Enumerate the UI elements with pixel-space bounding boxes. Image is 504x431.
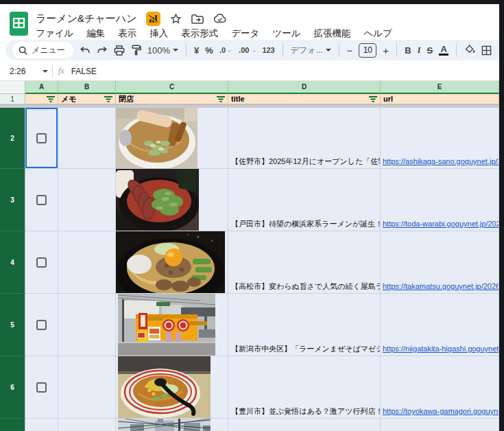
column-header-E[interactable]: E — [381, 81, 499, 94]
filter-icon[interactable] — [369, 95, 377, 103]
sheets-logo-icon[interactable] — [10, 12, 28, 36]
borders-icon[interactable] — [481, 45, 492, 56]
cell-B2[interactable] — [58, 108, 116, 169]
checkbox[interactable] — [36, 320, 47, 330]
cell-A6[interactable] — [25, 356, 58, 419]
cell-A2[interactable] — [25, 108, 58, 169]
menu-view[interactable]: 表示 — [118, 27, 136, 40]
chevron-down-icon[interactable] — [43, 70, 48, 73]
cell-C1[interactable]: 閉店 — [116, 94, 228, 104]
cell-A3[interactable] — [25, 169, 58, 231]
cell-link[interactable]: https://ashikaga-sano.goguynet.jp/202 — [383, 157, 499, 166]
file-badge-icon[interactable] — [146, 12, 160, 26]
print-icon[interactable] — [114, 45, 125, 56]
cell-B6[interactable] — [58, 356, 116, 419]
increase-decimal-button[interactable]: .00 → — [239, 46, 256, 54]
column-header-A[interactable]: A — [25, 81, 58, 94]
cell-E7[interactable] — [381, 419, 499, 431]
name-box[interactable]: 2:26 — [0, 67, 43, 76]
cell-D1[interactable]: title — [228, 94, 381, 104]
cell-D5[interactable]: 【新潟市中央区】「ラーメンまぜそばマゼシャ — [228, 294, 381, 356]
row-header-4[interactable]: 4 — [0, 231, 25, 294]
text-color-button[interactable]: A — [439, 45, 448, 56]
checkbox[interactable] — [36, 257, 47, 268]
menu-insert[interactable]: 挿入 — [149, 27, 168, 40]
select-all-corner[interactable] — [0, 81, 25, 94]
column-header-D[interactable]: D — [228, 81, 381, 94]
cell-E6[interactable]: https://toyokawa-gamagori.goguynet.j — [381, 356, 499, 419]
row-header-2[interactable]: 2 — [0, 108, 25, 169]
cell-link[interactable]: https://toda-warabi.goguynet.jp/2026/0 — [383, 220, 499, 229]
cell-A4[interactable] — [25, 231, 58, 294]
bold-button[interactable]: B — [405, 45, 411, 56]
move-folder-icon[interactable] — [191, 14, 204, 24]
font-size-input[interactable]: 10 — [359, 43, 376, 58]
cell-B5[interactable] — [58, 294, 116, 356]
star-icon[interactable] — [170, 13, 182, 25]
zoom-select[interactable]: 100% — [147, 45, 178, 56]
cell-C6[interactable] — [116, 356, 228, 419]
cell-A7[interactable] — [25, 419, 58, 431]
undo-icon[interactable] — [80, 45, 91, 55]
strikethrough-button[interactable]: S — [427, 45, 433, 56]
italic-button[interactable]: I — [418, 45, 421, 56]
cell-B3[interactable] — [58, 169, 116, 231]
cell-D2[interactable]: 【佐野市】2025年12月にオープンした「佐野 — [228, 108, 381, 169]
paint-format-icon[interactable] — [131, 45, 141, 56]
redo-icon[interactable] — [97, 45, 108, 55]
menu-data[interactable]: データ — [231, 27, 259, 40]
cell-A1[interactable] — [25, 94, 58, 104]
menu-file[interactable]: ファイル — [36, 27, 73, 40]
cell-B7[interactable] — [58, 419, 116, 431]
cell-E5[interactable]: https://niigatakita-higashi.goguynet.jp/ — [381, 294, 499, 356]
format-percent-button[interactable]: % — [205, 45, 213, 56]
menu-tools[interactable]: ツール — [272, 27, 300, 40]
menu-extensions[interactable]: 拡張機能 — [314, 27, 351, 40]
cell-link[interactable]: https://niigatakita-higashi.goguynet.jp/ — [383, 345, 499, 353]
checkbox[interactable] — [36, 195, 47, 205]
font-select[interactable]: デフォ... — [291, 45, 331, 56]
increase-font-size-button[interactable]: + — [383, 45, 389, 56]
cell-D4[interactable]: 【高松市】変わらぬ旨さで人気の続く屋島ラー — [228, 231, 381, 294]
search-menus-button[interactable]: メニュー — [12, 42, 73, 58]
cell-D3[interactable]: 【戸田市】待望の横浜家系ラーメンが誕生！ — [228, 169, 381, 231]
cell-link[interactable]: https://takamatsu.goguynet.jp/2026/02 — [383, 282, 499, 291]
filter-icon[interactable] — [217, 95, 225, 103]
row-header-5[interactable]: 5 — [0, 294, 25, 356]
fill-color-button[interactable] — [464, 45, 475, 56]
cell-A5[interactable] — [25, 294, 58, 356]
cell-C5[interactable] — [116, 294, 228, 356]
column-header-B[interactable]: B — [58, 81, 116, 94]
cell-D6[interactable]: 【豊川市】並ぶ覚悟はある？激アツ行列店！麺 — [228, 356, 381, 419]
menu-help[interactable]: ヘルプ — [364, 27, 392, 40]
checkbox[interactable] — [36, 382, 47, 393]
cell-E2[interactable]: https://ashikaga-sano.goguynet.jp/202 — [381, 108, 499, 169]
cell-C3[interactable] — [116, 169, 228, 231]
row-header-7[interactable] — [0, 419, 25, 431]
cell-E1[interactable]: url — [381, 94, 499, 104]
format-currency-button[interactable]: ¥ — [194, 45, 199, 56]
menu-format[interactable]: 表示形式 — [181, 27, 218, 40]
cell-C4[interactable] — [116, 231, 228, 294]
column-header-C[interactable]: C — [116, 81, 228, 94]
cell-C7[interactable] — [116, 419, 228, 431]
cell-B4[interactable] — [58, 231, 116, 294]
formula-input[interactable]: FALSE — [71, 67, 97, 76]
cell-B1[interactable]: メモ — [58, 94, 116, 104]
decrease-decimal-button[interactable]: .0 ← — [219, 46, 232, 54]
row-header-3[interactable]: 3 — [0, 169, 25, 231]
menu-edit[interactable]: 編集 — [86, 27, 105, 40]
checkbox[interactable] — [36, 133, 47, 143]
cell-E3[interactable]: https://toda-warabi.goguynet.jp/2026/0 — [381, 169, 499, 231]
row-header-1[interactable]: 1 — [0, 94, 25, 104]
document-title[interactable]: ラーメン&チャーハン — [36, 12, 136, 25]
decrease-font-size-button[interactable]: − — [347, 45, 353, 56]
cell-link[interactable]: https://toyokawa-gamagori.goguynet.j — [383, 407, 499, 416]
number-format-button[interactable]: 123 — [262, 46, 274, 54]
cell-E4[interactable]: https://takamatsu.goguynet.jp/2026/02 — [381, 231, 499, 294]
filter-icon[interactable] — [47, 95, 55, 103]
row-header-6[interactable]: 6 — [0, 356, 25, 419]
cell-D7[interactable] — [228, 419, 381, 431]
filter-icon[interactable] — [104, 95, 112, 103]
cell-C2[interactable] — [116, 108, 228, 169]
